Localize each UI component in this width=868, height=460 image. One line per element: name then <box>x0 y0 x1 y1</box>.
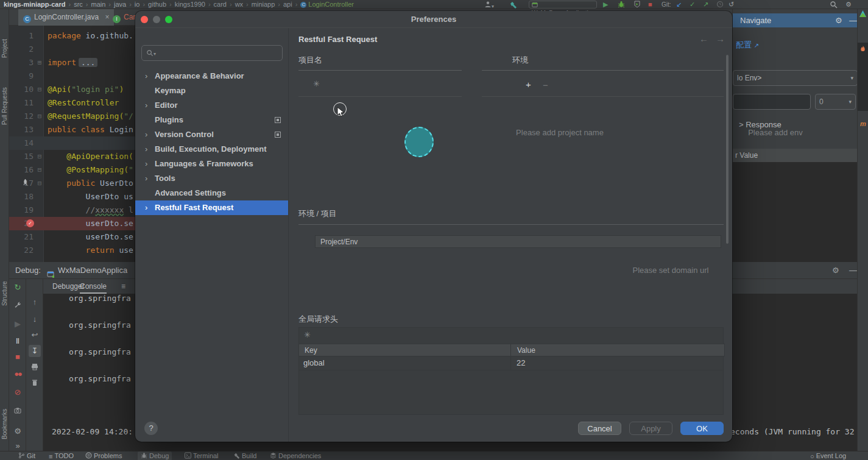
help-button[interactable]: ? <box>144 422 158 435</box>
breadcrumb-item[interactable]: github <box>148 1 166 8</box>
breadcrumb-item[interactable]: src <box>74 1 83 8</box>
run-configuration-select[interactable]: WxMaDemoApplication ▾ <box>529 1 597 9</box>
fold-expand-icon[interactable]: ⊞ <box>36 56 43 69</box>
status-problems[interactable]: Problems <box>85 451 122 460</box>
tab-logincontroller[interactable]: CLoginController.java × <box>18 9 114 26</box>
add-env-button[interactable]: + <box>526 79 531 90</box>
tree-item-editor[interactable]: ›Editor <box>135 98 288 113</box>
ide-update-icon[interactable] <box>859 10 867 19</box>
settings-gear-icon[interactable]: ⚙ <box>845 1 852 9</box>
fold-collapse-icon[interactable]: ⊟ <box>36 177 43 190</box>
fold-collapse-icon[interactable]: ⊟ <box>36 150 43 163</box>
fold-collapse-icon[interactable]: ⊟ <box>36 83 43 96</box>
config-link[interactable]: 配置 ↗ <box>736 40 759 51</box>
print-icon[interactable] <box>29 362 41 374</box>
gear-icon[interactable]: ⚙ <box>835 13 842 27</box>
count-select[interactable]: 0▾ <box>815 94 856 110</box>
cancel-button[interactable]: Cancel <box>578 422 621 435</box>
user-profile-icon[interactable]: ▾ <box>484 1 494 9</box>
tool-window-bookmarks[interactable]: Bookmarks <box>1 409 8 439</box>
status-debug[interactable]: Debug <box>138 451 172 460</box>
breadcrumb-item[interactable]: miniapp <box>252 1 275 8</box>
forward-arrow-icon[interactable]: → <box>716 34 725 44</box>
wrench-settings-icon[interactable] <box>12 300 24 312</box>
status-terminal[interactable]: Terminal <box>185 451 219 460</box>
pause-icon[interactable]: Ⅱ <box>12 335 24 347</box>
tree-item-tools[interactable]: ›Tools <box>135 171 288 186</box>
key-column-header[interactable]: Key <box>298 344 511 356</box>
more-actions-icon[interactable]: » <box>12 440 24 452</box>
env-select[interactable]: lo Env>▾ <box>733 70 858 86</box>
stop-button[interactable]: ■ <box>648 1 652 9</box>
search-everywhere-icon[interactable] <box>830 1 838 9</box>
clear-console-trash-icon[interactable] <box>29 378 41 390</box>
hamburger-menu-icon[interactable]: ≡ <box>121 279 125 294</box>
global-headers-table[interactable]: ✳ Key Value global 22 <box>298 327 724 415</box>
soft-wrap-icon[interactable]: ↩ <box>29 329 41 341</box>
tool-window-structure[interactable]: Structure <box>1 281 8 306</box>
remove-env-button[interactable]: − <box>543 80 548 90</box>
dialog-scrollbar[interactable] <box>726 55 729 244</box>
header-key-cell[interactable]: global <box>303 358 325 367</box>
tool-window-project[interactable]: Project <box>1 39 8 58</box>
status-git[interactable]: Git <box>18 451 35 460</box>
breakpoint-verified-icon[interactable]: ✓ <box>26 219 34 227</box>
down-stack-icon[interactable]: ↓ <box>29 313 41 325</box>
fold-collapse-icon[interactable]: ⊟ <box>36 163 43 177</box>
rerun-icon[interactable]: ↻ <box>12 281 24 294</box>
breadcrumb-item[interactable]: main <box>91 1 105 8</box>
project-env-column-header[interactable]: Project/Env <box>315 235 721 248</box>
tree-item-languages[interactable]: ›Languages & Frameworks <box>135 157 288 171</box>
git-update-button[interactable]: ↙ <box>676 1 682 9</box>
git-commit-button[interactable]: ✓ <box>690 1 695 9</box>
tree-item-version-control[interactable]: ›Version Control <box>135 127 288 142</box>
status-build[interactable]: Build <box>233 451 256 460</box>
minimize-traffic-light[interactable] <box>153 16 160 23</box>
breadcrumb-item[interactable]: card <box>214 1 227 8</box>
hide-panel-icon[interactable]: — <box>849 13 857 27</box>
view-breakpoints-icon[interactable]: ●● <box>12 368 24 380</box>
stop-icon[interactable]: ■ <box>12 351 24 363</box>
run-line-rocket-icon[interactable] <box>21 179 29 188</box>
rollback-button[interactable]: ↺ <box>729 1 734 9</box>
hide-panel-icon[interactable]: — <box>849 262 857 279</box>
settings-gear-icon[interactable]: ⚙ <box>12 425 24 437</box>
tree-item-keymap[interactable]: Keymap <box>135 83 288 98</box>
gear-icon[interactable]: ⚙ <box>832 262 839 279</box>
run-button[interactable]: ▶ <box>603 1 608 9</box>
search-field[interactable] <box>733 94 811 110</box>
tool-window-pull-requests[interactable]: Pull Requests <box>1 87 8 125</box>
status-event-log[interactable]: ○Event Log <box>810 451 846 460</box>
status-todo[interactable]: ≡TODO <box>49 451 74 460</box>
breadcrumb-item[interactable]: java <box>114 1 126 8</box>
tree-item-restful-fast-request[interactable]: ›Restful Fast Request <box>135 200 288 215</box>
tree-item-build-execution[interactable]: ›Build, Execution, Deployment <box>135 142 288 157</box>
up-stack-icon[interactable]: ↑ <box>29 296 41 308</box>
header-value-cell[interactable]: 22 <box>517 358 525 367</box>
fold-collapse-icon[interactable]: ⊟ <box>36 110 43 123</box>
tree-item-appearance[interactable]: ›Appearance & Behavior <box>135 69 288 83</box>
debug-button[interactable] <box>618 1 625 9</box>
apply-button[interactable]: Apply <box>629 422 672 435</box>
close-traffic-light[interactable] <box>141 16 148 23</box>
breadcrumb-item[interactable]: LoginController <box>308 1 354 8</box>
breadcrumb-item[interactable]: io <box>135 1 140 8</box>
breadcrumb-item[interactable]: kings1990 <box>175 1 205 8</box>
folded-imports[interactable]: ... <box>79 58 97 67</box>
resume-icon[interactable]: ▶ <box>12 318 24 330</box>
settings-search-input[interactable]: ▾ <box>141 45 283 61</box>
value-column-header[interactable]: Value <box>510 344 725 356</box>
run-with-coverage-button[interactable] <box>633 1 641 9</box>
breadcrumb-item[interactable]: api <box>283 1 292 8</box>
status-dependencies[interactable]: Dependencies <box>270 451 321 460</box>
tree-item-advanced-settings[interactable]: Advanced Settings <box>135 186 288 200</box>
ok-button[interactable]: OK <box>680 422 724 435</box>
mute-breakpoints-icon[interactable]: ⊘ <box>12 386 24 398</box>
tab-console[interactable]: Console <box>80 279 107 294</box>
git-push-button[interactable]: ↗ <box>703 1 708 9</box>
breadcrumb-item[interactable]: wx <box>235 1 243 8</box>
back-arrow-icon[interactable]: ← <box>699 34 708 44</box>
zoom-traffic-light[interactable] <box>165 16 172 23</box>
scroll-to-end-icon[interactable]: ↧ <box>29 345 41 357</box>
history-clock-icon[interactable] <box>716 1 724 9</box>
